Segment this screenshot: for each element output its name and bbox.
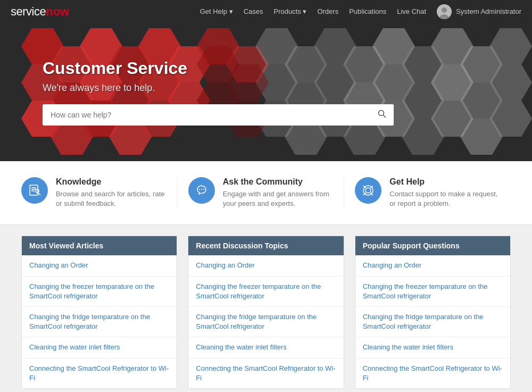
list-item[interactable]: Changing the fridge temparature on the S… [22,307,177,337]
recent-discussions-list: Recent Discussion Topics Changing an Ord… [188,236,344,389]
hero-subtitle: We're always here to help. [43,82,394,94]
brand-now-text: now [46,5,69,19]
brand-logo[interactable]: service now [11,5,69,19]
list-item[interactable]: Changing the fridge temparature on the S… [355,307,510,337]
list-item[interactable]: Changing the freezer temparature on the … [188,277,343,307]
card-gethelp-text: Get Help Contact support to make a reque… [389,177,500,208]
community-icon-circle [188,177,215,204]
nav-products[interactable]: Products ▾ [273,7,306,15]
navbar: service now Get Help ▾ Cases Products ▾ … [0,0,532,23]
lists-section: Most Viewed Articles Changing an Order C… [0,225,532,392]
list-item[interactable]: Connecting the SmartCool Refrigerator to… [188,358,343,388]
svg-point-65 [365,188,371,193]
hero-section: Customer Service We're always here to he… [0,23,532,161]
most-viewed-header: Most Viewed Articles [22,236,177,255]
svg-point-63 [203,189,204,190]
popular-support-header: Popular Support Questions [355,236,510,255]
knowledge-icon-circle [21,177,48,204]
search-icon [378,110,386,118]
list-item[interactable]: Changing the freezer temparature on the … [22,277,177,307]
card-knowledge-title: Knowledge [56,177,167,187]
list-item[interactable]: Changing the freezer temparature on the … [355,277,510,307]
nav-user[interactable]: System Administrator [437,4,521,19]
list-item[interactable]: Cleaning the water inlet filters [188,337,343,358]
popular-support-list: Popular Support Questions Changing an Or… [355,236,511,389]
svg-point-53 [379,111,384,116]
knowledge-icon [28,184,41,197]
card-community-desc: Engage with and get answers from your pe… [223,189,334,208]
user-name: System Administrator [456,7,521,15]
list-item[interactable]: Changing an Order [188,255,343,276]
list-item[interactable]: Changing an Order [22,255,177,276]
cards-section: Knowledge Browse and search for articles… [0,161,532,225]
gethelp-icon [361,184,375,197]
nav-cases[interactable]: Cases [244,7,263,15]
gethelp-icon-circle [355,177,381,204]
list-item[interactable]: Connecting the SmartCool Refrigerator to… [355,358,510,388]
list-item[interactable]: Changing the fridge temparature on the S… [188,307,343,337]
card-gethelp-desc: Contact support to make a request, or re… [389,189,500,208]
nav-orders[interactable]: Orders [317,7,338,15]
hero-content: Customer Service We're always here to he… [0,59,394,126]
most-viewed-list: Most Viewed Articles Changing an Order C… [21,236,177,389]
svg-rect-55 [30,185,38,195]
avatar [437,4,452,19]
community-icon [195,184,209,197]
recent-discussions-header: Recent Discussion Topics [188,236,343,255]
search-input[interactable] [43,105,370,124]
search-button[interactable] [370,104,394,126]
list-item[interactable]: Cleaning the water inlet filters [355,337,510,358]
list-item[interactable]: Connecting the SmartCool Refrigerator to… [22,358,177,388]
nav-live-chat[interactable]: Live Chat [397,7,426,15]
search-box [43,104,394,126]
svg-point-62 [201,189,202,190]
nav-links: Get Help ▾ Cases Products ▾ Orders Publi… [200,4,521,19]
card-knowledge-desc: Browse and search for articles, rate or … [56,189,167,208]
card-knowledge[interactable]: Knowledge Browse and search for articles… [21,177,177,208]
svg-point-61 [199,189,200,190]
nav-publications[interactable]: Publications [349,7,386,15]
card-community-title: Ask the Community [223,177,334,187]
list-item[interactable]: Cleaning the water inlet filters [22,337,177,358]
hero-title: Customer Service [43,59,394,78]
card-gethelp-title: Get Help [389,177,500,187]
card-gethelp[interactable]: Get Help Contact support to make a reque… [344,177,511,208]
card-community[interactable]: Ask the Community Engage with and get an… [178,177,344,208]
card-knowledge-text: Knowledge Browse and search for articles… [56,177,167,208]
nav-get-help[interactable]: Get Help ▾ [200,7,233,15]
svg-point-1 [442,7,447,13]
card-community-text: Ask the Community Engage with and get an… [223,177,334,208]
brand-service-text: service [11,5,46,19]
svg-line-54 [384,115,386,118]
list-item[interactable]: Changing an Order [355,255,510,276]
